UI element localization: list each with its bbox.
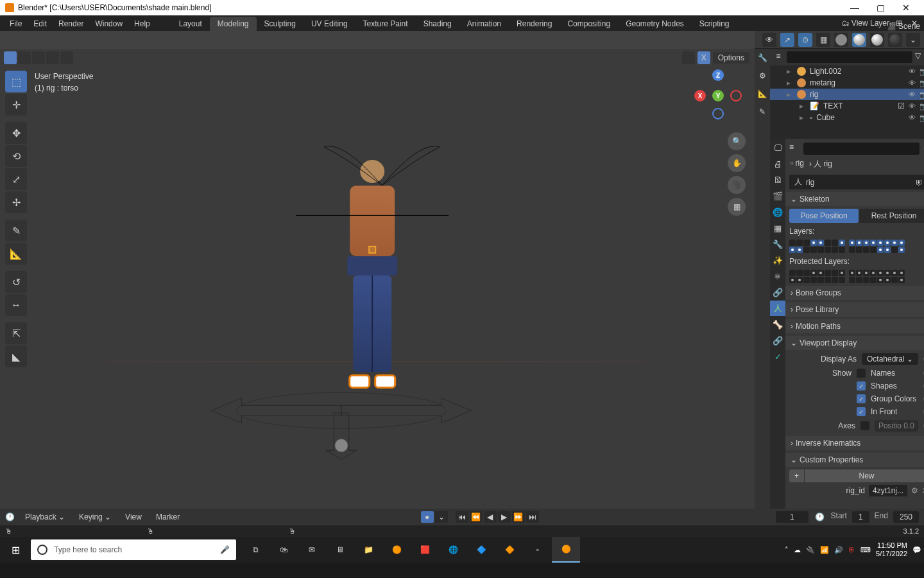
outliner-item-text[interactable]: 📝 TEXT ☑ 👁 📷: [770, 100, 924, 112]
timeline-view-menu[interactable]: View: [121, 511, 146, 523]
workspace-layout[interactable]: Layout: [171, 17, 210, 31]
mic-icon[interactable]: 🎤: [220, 545, 230, 554]
overlay-toggle[interactable]: ⊙: [798, 33, 812, 47]
shapes-checkbox[interactable]: ✓: [857, 381, 866, 390]
taskview-icon[interactable]: ⧉: [241, 537, 270, 563]
panel-viewportdisplay[interactable]: Viewport Display: [785, 336, 924, 350]
workspace-sculpting[interactable]: Sculpting: [257, 17, 304, 31]
menu-render[interactable]: Render: [53, 19, 89, 28]
display-as-dropdown[interactable]: Octahedral ⌄: [862, 353, 918, 365]
jump-end-button[interactable]: ⏭: [526, 511, 539, 523]
prop-tab-output[interactable]: 🖨: [770, 156, 785, 171]
app-blue-icon[interactable]: 🔷: [467, 537, 495, 563]
prop-tab-physics[interactable]: ⚛: [770, 268, 785, 284]
tool-bonesize[interactable]: ↔: [5, 294, 27, 316]
explorer-icon[interactable]: 📁: [354, 537, 382, 563]
tool-cursor[interactable]: ✛: [5, 94, 27, 116]
visibility-icon[interactable]: 👁: [909, 79, 916, 87]
new-viewlayer-icon[interactable]: ⊞: [893, 19, 905, 28]
tool-transform[interactable]: ✢: [5, 191, 27, 213]
prop-tab-world[interactable]: 🌐: [770, 204, 785, 220]
camera-vis-icon[interactable]: 📷: [920, 79, 924, 87]
navigation-gizmo[interactable]: Z X Y: [696, 72, 740, 117]
workspace-scripting[interactable]: Scripting: [692, 17, 737, 31]
camera-vis-icon[interactable]: 📷: [920, 91, 924, 99]
infront-checkbox[interactable]: ✓: [857, 407, 866, 416]
menu-edit[interactable]: Edit: [28, 19, 53, 28]
face-select-icon[interactable]: [32, 51, 45, 64]
workspace-compositing[interactable]: Compositing: [560, 17, 618, 31]
new-property-button[interactable]: + New: [789, 469, 924, 482]
properties-search[interactable]: [803, 143, 920, 155]
rest-position-button[interactable]: Rest Position: [859, 209, 924, 223]
start-button[interactable]: ⊞: [0, 537, 31, 563]
keying-menu[interactable]: Keying ⌄: [75, 511, 115, 523]
app-icon[interactable]: ▫: [524, 537, 552, 563]
crumb-data[interactable]: rig: [824, 159, 832, 168]
tool-move[interactable]: ✥: [5, 122, 27, 144]
root-control-widget[interactable]: [162, 371, 521, 460]
workspace-geonodes[interactable]: Geometry Nodes: [618, 17, 692, 31]
maximize-button[interactable]: ▢: [868, 3, 893, 13]
camera-button[interactable]: 🎥: [728, 176, 746, 194]
security-icon[interactable]: ⛨: [848, 546, 855, 554]
selected-bone-icon[interactable]: [368, 246, 376, 254]
workspace-animation[interactable]: Animation: [459, 17, 509, 31]
panel-skeleton[interactable]: Skeleton: [785, 192, 924, 206]
camera-vis-icon[interactable]: 📷: [920, 114, 924, 122]
prop-tab-boneconstr[interactable]: 🔗: [770, 333, 785, 348]
viewlayer-selector[interactable]: 🗂 View Layer: [842, 19, 890, 28]
prop-tab-data[interactable]: 人: [770, 301, 785, 316]
workspace-modeling[interactable]: Modeling: [210, 17, 257, 31]
panel-motionpaths[interactable]: Motion Paths: [785, 319, 924, 333]
power-icon[interactable]: 🔌: [806, 546, 815, 554]
panel-bonegroups[interactable]: Bone Groups: [785, 286, 924, 300]
minimize-button[interactable]: —: [842, 3, 868, 13]
outliner-item-light002[interactable]: Light.002 👁 📷: [770, 66, 924, 77]
autokey-toggle[interactable]: ●: [421, 511, 434, 523]
jump-start-button[interactable]: ⏮: [456, 511, 468, 523]
remove-viewlayer-icon[interactable]: ✕: [909, 19, 920, 28]
groupcolors-checkbox[interactable]: ✓: [857, 394, 866, 403]
prop-tab-object[interactable]: ▦: [770, 220, 785, 236]
chrome-icon[interactable]: 🌐: [439, 537, 467, 563]
props-type-icon[interactable]: ≡: [789, 143, 801, 155]
crumb-obj[interactable]: rig: [796, 159, 804, 168]
outliner-search[interactable]: [787, 51, 912, 63]
menu-window[interactable]: Window: [89, 19, 128, 28]
onedrive-icon[interactable]: ☁: [794, 546, 801, 554]
tool-annotate[interactable]: ✎: [5, 220, 27, 241]
visibility-dropdown[interactable]: 👁: [762, 33, 776, 47]
panel-poselibrary[interactable]: Pose Library: [785, 302, 924, 317]
blender-running-icon[interactable]: 🟠: [552, 537, 580, 563]
workspace-rendering[interactable]: Rendering: [509, 17, 560, 31]
npanel-edit[interactable]: ✎: [755, 103, 770, 121]
axes-checkbox[interactable]: [860, 421, 869, 430]
visibility-icon[interactable]: 👁: [909, 102, 916, 110]
end-frame[interactable]: 250: [893, 511, 919, 523]
visibility-icon[interactable]: 👁: [909, 91, 916, 98]
shield-icon[interactable]: ⛨: [916, 178, 923, 187]
axis-neg-z-icon[interactable]: [712, 108, 724, 119]
prop-tab-material[interactable]: ✓: [770, 349, 785, 364]
prop-tab-viewlayer[interactable]: 🖻: [770, 172, 785, 188]
play-button[interactable]: ▶: [498, 511, 511, 523]
checkbox-icon[interactable]: ☑: [898, 101, 905, 110]
playback-menu[interactable]: Playback ⌄: [21, 511, 69, 523]
axis-neg-y-icon[interactable]: [730, 90, 742, 101]
clock-icon[interactable]: 🕐: [815, 512, 825, 521]
blender-task-icon[interactable]: 🟠: [382, 537, 411, 563]
gear-icon[interactable]: ⚙: [911, 486, 918, 495]
play-reverse-button[interactable]: ◀: [484, 511, 497, 523]
prop-tab-particles[interactable]: ✨: [770, 252, 785, 268]
tool-select[interactable]: ⬚: [5, 71, 27, 92]
perspective-button[interactable]: ▦: [728, 198, 746, 216]
workspace-texturepaint[interactable]: Texture Paint: [355, 17, 416, 31]
zoom-button[interactable]: 🔍: [728, 132, 746, 150]
axes-position[interactable]: Positio 0.0: [875, 420, 918, 432]
tool-shear[interactable]: ◣: [5, 346, 27, 367]
vertex-select-icon[interactable]: [4, 51, 17, 64]
rendered-shading[interactable]: [888, 33, 902, 47]
volume-icon[interactable]: 🔊: [834, 546, 843, 554]
panel-custom-props[interactable]: Custom Properties: [785, 453, 924, 467]
